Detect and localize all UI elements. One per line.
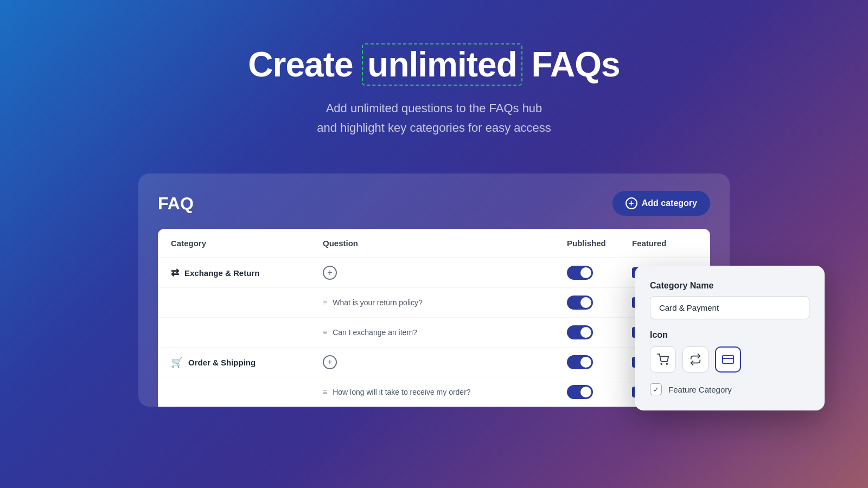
category-order-shipping: 🛒 Order & Shipping xyxy=(171,356,323,368)
hero-subtitle-line1: Add unlimited questions to the FAQs hub xyxy=(326,101,542,115)
category-popup: Category Name Icon ✓ Feature Category xyxy=(635,266,825,410)
col-featured: Featured xyxy=(632,239,697,248)
feature-category-checkbox[interactable]: ✓ xyxy=(650,383,662,395)
published-toggle-cell[interactable] xyxy=(567,296,632,310)
table-row: ≡ What is your return policy? ✓ xyxy=(158,288,710,318)
add-question-button[interactable]: + xyxy=(323,355,337,369)
table-row: ≡ Can I exchange an item? ✓ xyxy=(158,318,710,348)
published-toggle-cell[interactable] xyxy=(567,385,632,399)
svg-point-1 xyxy=(666,363,667,364)
add-question-button[interactable]: + xyxy=(323,266,337,280)
svg-rect-2 xyxy=(723,356,733,364)
published-toggle-cell[interactable] xyxy=(567,355,632,369)
feature-category-label: Feature Category xyxy=(668,385,732,394)
table-row: ≡ How long will it take to receive my or… xyxy=(158,377,710,407)
hero-title-highlight: unlimited xyxy=(362,43,522,86)
table-row: 🛒 Order & Shipping + ✓ xyxy=(158,348,710,377)
question-text: How long will it take to receive my orde… xyxy=(333,388,470,396)
cart-icon: 🛒 xyxy=(171,356,183,368)
hero-title: Create unlimited FAQs xyxy=(0,43,868,86)
faq-header: FAQ + Add category xyxy=(158,191,710,216)
question-cell: ≡ What is your return policy? xyxy=(323,298,567,307)
drag-lines-icon: ≡ xyxy=(323,388,327,396)
add-question-cell[interactable]: + xyxy=(323,355,567,369)
popup-title: Category Name xyxy=(650,281,809,291)
category-name-input[interactable] xyxy=(650,296,809,319)
col-question: Question xyxy=(323,239,567,248)
published-toggle[interactable] xyxy=(567,385,593,399)
icon-section-label: Icon xyxy=(650,330,809,340)
question-text: What is your return policy? xyxy=(333,298,423,307)
svg-point-0 xyxy=(661,363,662,364)
faq-table: Category Question Published Featured ⇄ E… xyxy=(158,229,710,407)
faq-panel-title: FAQ xyxy=(158,194,194,214)
hero-title-before: Create xyxy=(248,45,362,84)
published-toggle[interactable] xyxy=(567,266,593,280)
published-toggle[interactable] xyxy=(567,296,593,310)
drag-lines-icon: ≡ xyxy=(323,328,327,337)
table-header: Category Question Published Featured xyxy=(158,229,710,258)
table-row: ⇄ Exchange & Return + ✓ xyxy=(158,258,710,288)
exchange-icon: ⇄ xyxy=(171,267,179,279)
question-text: Can I exchange an item? xyxy=(333,328,417,337)
icon-options-group xyxy=(650,346,809,373)
category-exchange-return: ⇄ Exchange & Return xyxy=(171,267,323,279)
hero-section: Create unlimited FAQs Add unlimited ques… xyxy=(0,0,868,170)
feature-category-row: ✓ Feature Category xyxy=(650,383,809,395)
drag-lines-icon: ≡ xyxy=(323,298,327,307)
plus-circle-icon: + xyxy=(626,197,637,209)
col-published: Published xyxy=(567,239,632,248)
col-category: Category xyxy=(171,239,323,248)
add-category-label: Add category xyxy=(642,198,697,208)
hero-subtitle: Add unlimited questions to the FAQs hub … xyxy=(0,99,868,137)
category-name: Order & Shipping xyxy=(188,358,256,367)
add-question-cell[interactable]: + xyxy=(323,266,567,280)
hero-subtitle-line2: and highlight key categories for easy ac… xyxy=(317,121,551,134)
hero-title-after: FAQs xyxy=(522,45,620,84)
published-toggle[interactable] xyxy=(567,325,593,339)
question-cell: ≡ How long will it take to receive my or… xyxy=(323,388,567,396)
cart-icon-option[interactable] xyxy=(650,346,676,373)
exchange-icon-option[interactable] xyxy=(682,346,709,373)
question-cell: ≡ Can I exchange an item? xyxy=(323,328,567,337)
published-toggle[interactable] xyxy=(567,355,593,369)
published-toggle-cell[interactable] xyxy=(567,266,632,280)
add-category-button[interactable]: + Add category xyxy=(612,191,710,216)
published-toggle-cell[interactable] xyxy=(567,325,632,339)
category-name: Exchange & Return xyxy=(184,268,259,278)
card-icon-option[interactable] xyxy=(715,346,741,373)
